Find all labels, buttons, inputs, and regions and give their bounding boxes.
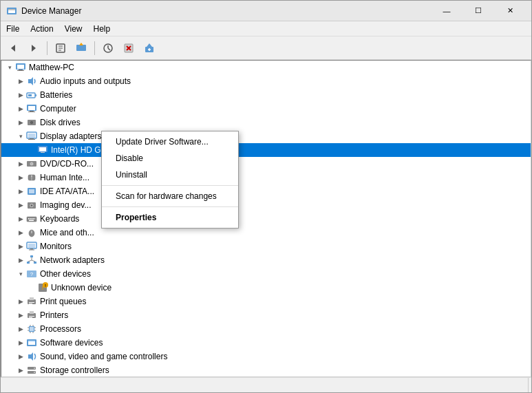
- expander[interactable]: ▶: [15, 227, 26, 238]
- menu-action[interactable]: Action: [25, 23, 58, 35]
- expander[interactable]: ▶: [15, 158, 26, 169]
- expander[interactable]: ▶: [15, 255, 26, 266]
- list-item[interactable]: ▶ Network adapters: [1, 253, 531, 267]
- expander[interactable]: ▾: [15, 268, 26, 279]
- disk-icon: [26, 117, 37, 128]
- list-item[interactable]: ▶ Processors: [1, 322, 531, 336]
- toolbar: [1, 36, 531, 60]
- computer-label: Computer: [40, 104, 76, 114]
- printq-label: Print queues: [40, 297, 86, 306]
- list-item[interactable]: ▶ Monitors: [1, 240, 531, 253]
- list-item[interactable]: ▶ Imaging dev...: [1, 198, 531, 212]
- back-button[interactable]: [3, 39, 23, 57]
- list-item[interactable]: ▶ Mice and oth...: [1, 226, 531, 240]
- properties-button[interactable]: [51, 39, 70, 57]
- root-label: Matthew-PC: [29, 63, 74, 72]
- expander[interactable]: ▶: [15, 323, 26, 334]
- list-item[interactable]: ▶ Disk drives: [1, 116, 531, 129]
- disk-label: Disk drives: [40, 118, 81, 127]
- svg-point-35: [32, 123, 32, 123]
- list-item[interactable]: ▶ Storage controllers: [1, 363, 531, 377]
- intel-hd-graphics-item[interactable]: Intel(R) HD Graphics: [1, 143, 531, 157]
- ctx-disable[interactable]: Disable: [102, 150, 238, 167]
- expander[interactable]: ▶: [15, 213, 26, 224]
- list-item[interactable]: ▶ Computer: [1, 102, 531, 116]
- maximize-button[interactable]: ☐: [462, 1, 494, 21]
- svg-rect-67: [27, 262, 30, 264]
- expander[interactable]: ▶: [15, 310, 26, 321]
- list-item[interactable]: ▾ ? Other devices: [1, 267, 531, 281]
- svg-point-102: [34, 368, 35, 369]
- ctx-uninstall[interactable]: Uninstall: [102, 167, 238, 183]
- uninstall-button[interactable]: [119, 39, 138, 57]
- expander[interactable]: ▶: [15, 76, 26, 87]
- svg-rect-57: [32, 218, 34, 220]
- expander[interactable]: ▾: [15, 131, 26, 142]
- expander[interactable]: ▶: [15, 186, 26, 197]
- svg-rect-66: [30, 255, 33, 257]
- expander[interactable]: ▶: [15, 241, 26, 252]
- root-expander[interactable]: ▾: [4, 62, 15, 73]
- sound-label: Sound, video and game controllers: [40, 352, 167, 361]
- software-label: Software devices: [40, 338, 103, 348]
- list-item[interactable]: ▶ Software devices: [1, 336, 531, 350]
- scan-button[interactable]: [98, 39, 118, 57]
- computer-icon: [15, 62, 26, 73]
- menu-help[interactable]: Help: [88, 23, 116, 35]
- close-button[interactable]: ✕: [494, 1, 526, 21]
- expander[interactable]: ▶: [15, 117, 26, 128]
- toolbar-sep-2: [94, 41, 95, 55]
- device-manager-window: Device Manager — ☐ ✕ File Action View He…: [0, 0, 532, 393]
- list-item[interactable]: ▶ Printers: [1, 308, 531, 322]
- svg-line-70: [28, 260, 32, 262]
- menu-file[interactable]: File: [1, 23, 25, 35]
- list-item[interactable]: ! ! Unknown device: [1, 281, 531, 295]
- status-panel: [3, 378, 529, 392]
- list-item[interactable]: ▶ IDE ATA/ATA...: [1, 184, 531, 198]
- list-item[interactable]: ▶ Batteries: [1, 88, 531, 102]
- menu-view[interactable]: View: [59, 23, 88, 35]
- svg-rect-98: [28, 341, 35, 342]
- svg-rect-58: [34, 218, 35, 220]
- add-driver-button[interactable]: [140, 39, 159, 57]
- expander[interactable]: ▶: [15, 103, 26, 114]
- svg-rect-65: [29, 250, 34, 251]
- ctx-update-driver[interactable]: Update Driver Software...: [102, 134, 238, 150]
- svg-rect-2: [8, 9, 15, 10]
- expander[interactable]: ▶: [15, 365, 26, 376]
- expander[interactable]: ▶: [15, 200, 26, 211]
- svg-rect-55: [28, 218, 30, 220]
- svg-rect-85: [29, 317, 32, 318]
- expander[interactable]: ▶: [15, 351, 26, 362]
- ctx-scan[interactable]: Scan for hardware changes: [102, 188, 238, 204]
- list-item[interactable]: ▶ DVD/CD-RO...: [1, 157, 531, 171]
- update-driver-button[interactable]: [72, 39, 91, 57]
- svg-rect-83: [30, 311, 34, 314]
- list-item[interactable]: ▾ Display adapters: [1, 129, 531, 143]
- expander[interactable]: ▶: [15, 89, 26, 100]
- forward-button[interactable]: [24, 39, 43, 57]
- audio-icon: [26, 76, 37, 87]
- storage-label: Storage controllers: [40, 365, 109, 375]
- battery-icon: [26, 89, 37, 100]
- storage-icon: [26, 365, 37, 376]
- expander[interactable]: ▶: [15, 337, 26, 348]
- expander[interactable]: ▶: [15, 172, 26, 183]
- list-item[interactable]: ▶ Audio inputs and outputs: [1, 74, 531, 88]
- list-item[interactable]: ▶ Print queues: [1, 295, 531, 308]
- list-item[interactable]: ▶ Keyboards: [1, 212, 531, 226]
- ctx-properties[interactable]: Properties: [102, 209, 238, 226]
- tree-root[interactable]: ▾ Matthew-PC: [1, 61, 531, 74]
- expander[interactable]: ▶: [15, 296, 26, 307]
- display-icon: [26, 131, 37, 142]
- network-icon: [26, 255, 37, 266]
- list-item[interactable]: ▶ Human Inte...: [1, 171, 531, 184]
- svg-marker-99: [28, 352, 33, 361]
- svg-rect-63: [28, 244, 35, 248]
- hid-icon: [26, 172, 37, 183]
- tree-panel[interactable]: ▾ Matthew-PC ▶: [1, 60, 531, 377]
- svg-rect-30: [28, 106, 35, 110]
- minimize-button[interactable]: —: [431, 1, 462, 21]
- list-item[interactable]: ▶ Sound, video and game controllers: [1, 350, 531, 363]
- svg-marker-18: [147, 43, 152, 47]
